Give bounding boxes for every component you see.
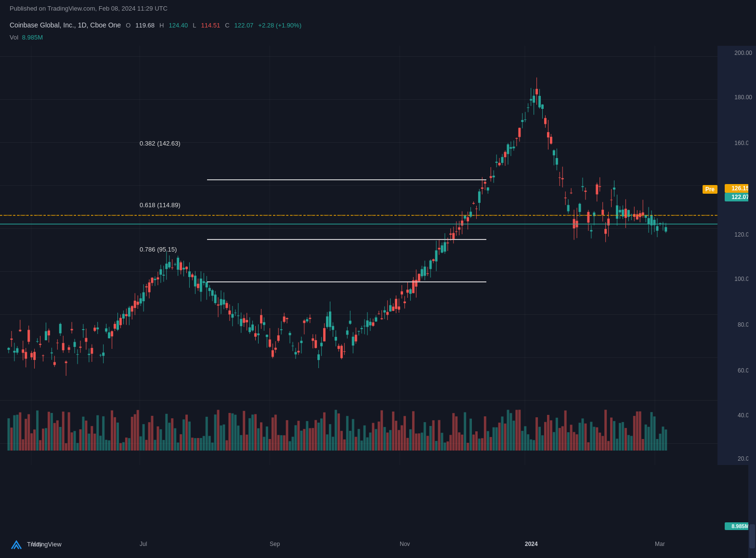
x-label-jul: Jul: [140, 541, 147, 547]
low-label: L: [193, 22, 196, 29]
low-value: 114.51: [201, 22, 220, 29]
published-info: Published on TradingView.com, Feb 08, 20…: [10, 5, 168, 12]
high-value: 124.40: [169, 22, 188, 29]
x-label-nov: Nov: [400, 541, 410, 547]
x-label-sep: Sep: [270, 541, 280, 547]
fib-label-618: 0.618 (114.89): [140, 201, 181, 209]
open-label: O: [126, 22, 130, 29]
symbol-bar: Coinbase Global, Inc., 1D, Cboe One O 11…: [10, 21, 301, 29]
close-label: C: [225, 22, 229, 29]
symbol-name: Coinbase Global, Inc., 1D, Cboe One: [10, 21, 121, 29]
scrollbar-thumb[interactable]: [749, 524, 755, 548]
volume-bar: Vol 8.985M: [10, 34, 43, 41]
main-chart-canvas[interactable]: [0, 46, 717, 465]
tradingview-logo: TradingView: [10, 537, 62, 551]
open-value: 119.68: [135, 22, 155, 29]
price-tick-180: 180.00: [734, 94, 752, 101]
fib-label-786: 0.786 (95.15): [140, 246, 177, 253]
volume-label: Vol: [10, 34, 18, 41]
tv-text: TradingView: [27, 541, 62, 548]
tv-icon: [10, 537, 23, 551]
published-text: Published on TradingView.com, Feb 08, 20…: [10, 5, 168, 12]
chart-container: Published on TradingView.com, Feb 08, 20…: [0, 0, 756, 558]
x-label-mar: Mar: [655, 541, 665, 547]
change-value: +2.28 (+1.90%): [258, 22, 301, 29]
vertical-scrollbar[interactable]: [748, 139, 756, 558]
pre-label: Pre: [705, 186, 715, 193]
fib-label-382: 0.382 (142.63): [140, 140, 181, 147]
price-tick-200: 200.00: [734, 50, 752, 56]
high-label: H: [159, 22, 164, 29]
pre-badge: Pre: [703, 185, 717, 194]
close-value: 122.07: [235, 22, 254, 29]
x-label-2024: 2024: [525, 541, 538, 547]
volume-value: 8.985M: [22, 34, 43, 41]
